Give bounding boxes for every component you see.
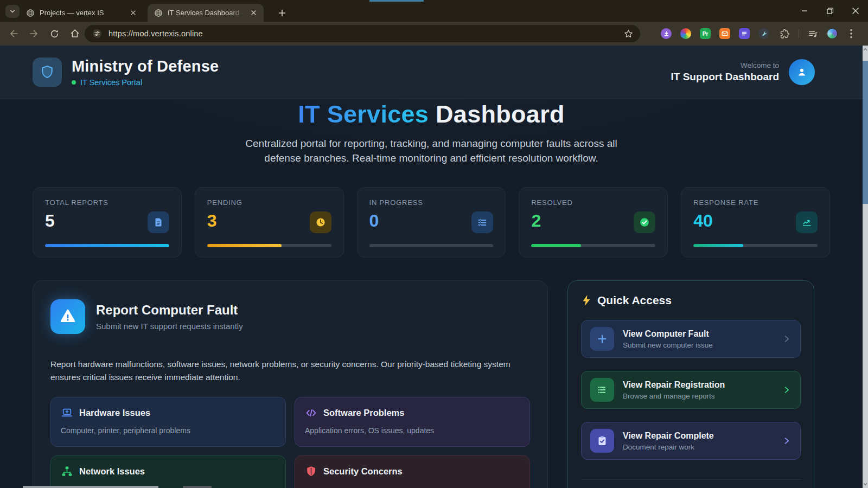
mod-logo [33,57,62,87]
extensions-puzzle-icon[interactable] [778,27,791,40]
url-text[interactable]: https://mod.vertexis.online [108,29,623,38]
report-section-body: Report hardware malfunctions, software i… [50,358,522,384]
chevron-right-icon [782,436,792,446]
premiere-extension-icon[interactable]: Pr [699,27,712,40]
vertical-scrollbar[interactable] [863,46,868,488]
window-controls [792,0,868,22]
color-wheel-extension-icon[interactable] [679,27,692,40]
profile-sphere-icon[interactable] [826,27,839,40]
browser-toolbar: https://mod.vertexis.online Pr [0,22,868,46]
site-info-icon[interactable] [92,29,102,38]
welcome-big: IT Support Dashboard [671,71,780,83]
network-icon [61,465,73,478]
stat-card-in-progress: IN PROGRESS 0 [357,187,506,258]
restore-icon [826,7,834,15]
report-fault-section: Report Computer Fault Submit new IT supp… [33,280,548,488]
restore-button[interactable] [817,0,843,22]
top-accent-strip [369,0,424,2]
wrench-extension-icon[interactable] [757,27,770,40]
tab-close-icon[interactable] [128,8,138,18]
quick-item-desc: Submit new computer issue [623,341,713,349]
horizontal-scrollbar-thumb[interactable] [23,486,158,488]
category-title: Network Issues [79,466,145,477]
welcome-block: Welcome to IT Support Dashboard [671,61,780,83]
category-grid: Hardware Issues Computer, printer, perip… [50,397,530,488]
security-shield-icon [305,465,317,478]
laptop-plus-icon [61,407,73,419]
plus-icon [278,9,286,17]
download-manager-extension-icon[interactable] [660,27,673,40]
mail-extension-icon[interactable] [718,27,731,40]
bookmark-star-icon[interactable] [623,29,634,39]
quick-access-title: Quick Access [597,294,672,307]
category-title: Software Problems [323,408,404,418]
stat-label: PENDING [207,198,331,207]
check-circle-icon [634,211,655,233]
page-subtitle: Centralized portal for reporting, tracki… [233,136,629,165]
stats-row: TOTAL REPORTS 5 PENDING 3 IN PROGRESS 0 … [33,187,830,258]
tab-it-services-dashboard[interactable]: IT Services Dashboard - Ministr [148,4,264,22]
playlist-extension-icon[interactable] [806,27,819,40]
tab-search-button[interactable] [5,5,20,18]
category-title: Hardware Issues [79,408,150,418]
stat-label: RESOLVED [531,198,655,207]
scrollbar-down-arrow[interactable] [863,480,868,488]
scrollbar-up-arrow[interactable] [863,46,868,53]
scrollbar-thumb[interactable] [863,61,868,204]
report-section-subtitle: Submit new IT support requests instantly [96,322,243,331]
address-bar[interactable]: https://mod.vertexis.online [85,25,640,42]
globe-favicon-icon [26,9,35,17]
reload-icon [49,29,60,39]
home-button[interactable] [68,27,81,40]
forward-arrow-icon [28,28,39,39]
user-avatar[interactable] [789,59,815,85]
plus-icon [590,327,614,351]
globe-favicon-icon [154,9,163,17]
back-button[interactable] [8,27,21,40]
hero-section: IT Services Dashboard Centralized portal… [0,99,863,165]
chevron-right-icon [782,334,792,344]
chevron-down-icon [9,8,16,15]
shield-icon [40,65,55,80]
close-icon [852,7,859,15]
back-arrow-icon [9,28,20,39]
minimize-button[interactable] [792,0,817,22]
user-icon [796,66,808,78]
quick-item-view-repair-complete[interactable]: View Repair Complete Document repair wor… [581,422,801,460]
quick-item-view-computer-fault[interactable]: View Computer Fault Submit new computer … [581,320,801,358]
org-title: Ministry of Defense [72,57,219,75]
minimize-icon [801,7,808,15]
browser-menu-icon[interactable] [846,27,856,40]
page-title-accent: IT Services [298,100,429,128]
category-network-issues[interactable]: Network Issues [50,455,286,488]
category-desc: Application errors, OS issues, updates [305,426,520,435]
docs-extension-icon[interactable] [738,27,751,40]
category-software-problems[interactable]: Software Problems Application errors, OS… [295,397,530,447]
welcome-small: Welcome to [671,61,780,69]
category-title: Security Concerns [323,466,403,477]
stat-card-total-reports: TOTAL REPORTS 5 [33,187,182,258]
quick-access-panel: Quick Access View Computer Fault Submit … [567,280,814,488]
site-header: Ministry of Defense IT Services Portal W… [0,46,863,99]
category-security-concerns[interactable]: Security Concerns [295,455,530,488]
home-icon [69,28,80,39]
reload-button[interactable] [48,27,61,40]
clock-icon [310,211,331,233]
new-tab-button[interactable] [275,5,290,21]
tab-title: IT Services Dashboard - Ministr [168,9,244,17]
close-window-button[interactable] [843,0,868,22]
stat-progress [207,244,331,247]
quick-item-desc: Document repair work [623,443,714,451]
trend-chart-icon [796,211,818,233]
quick-item-view-repair-registration[interactable]: View Repair Registration Browse and mana… [581,371,801,409]
category-hardware-issues[interactable]: Hardware Issues Computer, printer, perip… [50,397,286,447]
forward-button[interactable] [27,27,40,40]
lightning-icon [581,294,592,306]
stat-progress [369,244,494,247]
stat-card-resolved: RESOLVED 2 [519,187,668,258]
stat-label: TOTAL REPORTS [45,198,169,207]
page-content: Ministry of Defense IT Services Portal W… [0,46,863,488]
tab-close-icon[interactable] [248,8,258,18]
quick-item-title: View Computer Fault [623,329,713,339]
tab-projects[interactable]: Projects — vertex IS [20,4,143,22]
